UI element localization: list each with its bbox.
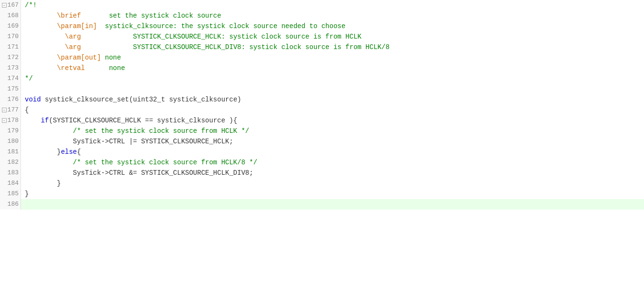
line-number-text: 171: [8, 42, 19, 52]
comment-token: /* set the systick clock source from HCL…: [25, 126, 249, 136]
line-number-text: 181: [8, 147, 19, 157]
fold-icon[interactable]: -: [2, 118, 7, 123]
fold-icon[interactable]: -: [2, 108, 7, 112]
line-number: -178: [0, 115, 21, 126]
text-token: }: [25, 178, 61, 189]
line-number: 169: [0, 21, 21, 31]
table-row: 181 }else{: [0, 147, 644, 157]
code-line-content: \retval none: [21, 63, 644, 73]
line-number-text: 174: [8, 73, 19, 84]
doc-tag-token: \arg: [25, 31, 81, 42]
doc-tag-token: \param[in]: [25, 21, 97, 31]
code-line-content: }else{: [21, 147, 644, 157]
code-line-content: [21, 84, 644, 94]
text-token: SysTick->CTRL &= SYSTICK_CLKSOURCE_HCLK_…: [25, 168, 253, 178]
doc-text-token: none: [85, 63, 125, 73]
text-token: (SYSTICK_CLKSOURCE_HCLK == systick_clkso…: [49, 115, 237, 126]
table-row: 168 \brief set the systick clock source: [0, 10, 644, 21]
comment-token: */: [25, 73, 33, 84]
code-line-content: /*!: [21, 0, 644, 10]
code-editor: -167/*!168 \brief set the systick clock …: [0, 0, 644, 281]
table-row: 180 SysTick->CTRL |= SYSTICK_CLKSOURCE_H…: [0, 136, 644, 147]
table-row: 176void systick_clksource_set(uint32_t s…: [0, 94, 644, 105]
line-number: 182: [0, 157, 21, 168]
table-row: 170 \arg SYSTICK_CLKSOURCE_HCLK: systick…: [0, 31, 644, 42]
line-number: 171: [0, 42, 21, 52]
line-number-text: 185: [8, 189, 19, 199]
line-number-text: 172: [8, 52, 19, 63]
line-number: 180: [0, 136, 21, 147]
doc-text-token: systick_clksource: the systick clock sou…: [97, 21, 345, 31]
code-line-content: if(SYSTICK_CLKSOURCE_HCLK == systick_clk…: [21, 115, 644, 126]
line-number-text: 183: [8, 168, 19, 178]
text-token: }: [25, 189, 29, 199]
line-number-text: 167: [8, 0, 19, 10]
line-number: 170: [0, 31, 21, 42]
line-number: 168: [0, 10, 21, 21]
doc-text-token: SYSTICK_CLKSOURCE_HCLK_DIV8: systick clo…: [81, 42, 390, 52]
table-row: 179 /* set the systick clock source from…: [0, 126, 644, 136]
table-row: 186: [0, 199, 644, 210]
code-line-content: void systick_clksource_set(uint32_t syst…: [21, 94, 644, 105]
table-row: 185}: [0, 189, 644, 199]
line-number-text: 175: [8, 84, 19, 94]
table-row: 171 \arg SYSTICK_CLKSOURCE_HCLK_DIV8: sy…: [0, 42, 644, 52]
keyword-token: void: [25, 94, 41, 105]
line-number: 186: [0, 199, 21, 210]
code-line-content: {: [21, 105, 644, 115]
doc-text-token: none: [101, 52, 121, 63]
doc-text-token: SYSTICK_CLKSOURCE_HCLK: systick clock so…: [81, 31, 362, 42]
comment-token: /*!: [25, 0, 37, 10]
line-number: 174: [0, 73, 21, 84]
line-number-text: 180: [8, 136, 19, 147]
text-token: [25, 115, 41, 126]
line-number-text: 168: [8, 10, 19, 21]
code-line-content: \param[out] none: [21, 52, 644, 63]
keyword-token: if: [41, 115, 49, 126]
text-token: SysTick->CTRL |= SYSTICK_CLKSOURCE_HCLK;: [25, 136, 233, 147]
line-number-text: 173: [8, 63, 19, 73]
line-number: 185: [0, 189, 21, 199]
code-line-content: */: [21, 73, 644, 84]
line-number: 172: [0, 52, 21, 63]
doc-tag-token: \retval: [25, 63, 85, 73]
line-number-text: 176: [8, 94, 19, 105]
code-line-content: \arg SYSTICK_CLKSOURCE_HCLK_DIV8: systic…: [21, 42, 644, 52]
text-token: systick_clksource_set(uint32_t systick_c…: [41, 94, 241, 105]
table-row: 184 }: [0, 178, 644, 189]
table-row: 183 SysTick->CTRL &= SYSTICK_CLKSOURCE_H…: [0, 168, 644, 178]
table-row: 172 \param[out] none: [0, 52, 644, 63]
doc-tag-token: \brief: [25, 10, 81, 21]
code-line-content: /* set the systick clock source from HCL…: [21, 157, 644, 168]
code-line-content: SysTick->CTRL |= SYSTICK_CLKSOURCE_HCLK;: [21, 136, 644, 147]
line-number: 173: [0, 63, 21, 73]
doc-text-token: set the systick clock source: [81, 10, 221, 21]
table-row: -177{: [0, 105, 644, 115]
comment-token: /* set the systick clock source from HCL…: [25, 157, 257, 168]
fold-icon[interactable]: -: [2, 3, 7, 8]
text-token: {: [77, 147, 81, 157]
code-line-content: }: [21, 178, 644, 189]
doc-tag-token: \param[out]: [25, 52, 101, 63]
line-number: 175: [0, 84, 21, 94]
table-row: -178 if(SYSTICK_CLKSOURCE_HCLK == systic…: [0, 115, 644, 126]
code-line-content: SysTick->CTRL &= SYSTICK_CLKSOURCE_HCLK_…: [21, 168, 644, 178]
code-line-content: \brief set the systick clock source: [21, 10, 644, 21]
table-row: 169 \param[in] systick_clksource: the sy…: [0, 21, 644, 31]
line-number: 181: [0, 147, 21, 157]
text-token: {: [25, 105, 29, 115]
text-token: }: [25, 147, 61, 157]
line-number-text: 169: [8, 21, 19, 31]
line-number-text: 182: [8, 157, 19, 168]
line-number-text: 177: [8, 105, 19, 115]
line-number-text: 178: [8, 115, 19, 126]
code-line-content: }: [21, 189, 644, 199]
table-row: 173 \retval none: [0, 63, 644, 73]
table-row: 175: [0, 84, 644, 94]
line-number: -167: [0, 0, 21, 10]
table-row: 182 /* set the systick clock source from…: [0, 157, 644, 168]
line-number: 176: [0, 94, 21, 105]
code-line-content: /* set the systick clock source from HCL…: [21, 126, 644, 136]
line-number: 183: [0, 168, 21, 178]
line-number: -177: [0, 105, 21, 115]
